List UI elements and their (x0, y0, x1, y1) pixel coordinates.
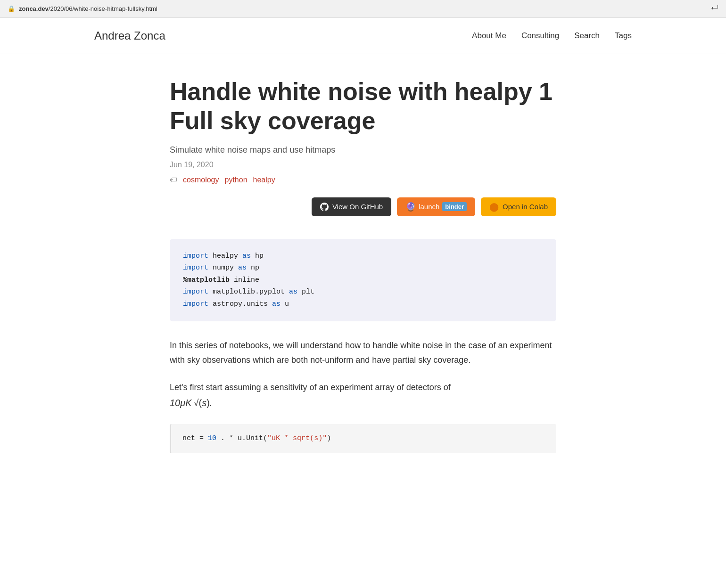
tag-icon: 🏷 (170, 176, 177, 184)
kw-import-1: import (183, 252, 208, 260)
browser-bar-left: 🔒 zonca.dev/2020/06/white-noise-hitmap-f… (8, 5, 157, 12)
tag-healpy[interactable]: healpy (253, 176, 275, 184)
url-bar: zonca.dev/2020/06/white-noise-hitmap-ful… (19, 5, 157, 12)
site-header: Andrea Zonca About Me Consulting Search … (0, 18, 726, 54)
binder-button[interactable]: 🔮 launch binder (397, 197, 475, 216)
math-expression: 10μK √(s). (170, 398, 212, 408)
github-button-label: View On GitHub (332, 203, 383, 211)
colab-icon: ⬤ (489, 202, 499, 212)
lock-icon: 🔒 (8, 5, 15, 12)
code2-equals: = (199, 434, 208, 442)
kw-import-4: import (183, 300, 208, 308)
code-block-1: import healpy as hp import numpy as np %… (170, 239, 556, 322)
site-nav: About Me Consulting Search Tags (472, 31, 632, 41)
code2-number: 10 (208, 434, 216, 442)
binder-icon: 🔮 (405, 202, 416, 212)
nav-about[interactable]: About Me (472, 31, 506, 41)
binder-label-1: launch (419, 203, 439, 211)
kw-as-2: as (238, 264, 247, 272)
tag-cosmology[interactable]: cosmology (183, 176, 219, 184)
browser-bar: 🔒 zonca.dev/2020/06/white-noise-hitmap-f… (0, 0, 726, 18)
code-line-4: import matplotlib.pyplot as plt (183, 286, 543, 298)
post-subtitle: Simulate white noise maps and use hitmap… (170, 145, 556, 155)
tag-python[interactable]: python (224, 176, 247, 184)
prose-2-before: Let's first start assuming a sensitivity… (170, 383, 451, 392)
colab-label: Open in Colab (503, 203, 548, 211)
main-content: Handle white noise with healpy 1 Full sk… (151, 54, 575, 493)
github-button[interactable]: View On GitHub (312, 197, 391, 216)
code2-net: net (182, 434, 195, 442)
code-block-2: net = 10 . * u.Unit("uK * sqrt(s)") (170, 424, 556, 453)
colab-button[interactable]: ⬤ Open in Colab (481, 197, 556, 216)
github-icon (320, 203, 329, 211)
code2-string: "uK * sqrt(s)" (267, 434, 327, 442)
action-buttons: View On GitHub 🔮 launch binder ⬤ Open in… (170, 197, 556, 216)
prose-paragraph-1: In this series of notebooks, we will und… (170, 338, 556, 367)
code-line-1: import healpy as hp (183, 250, 543, 262)
kw-as-3: as (289, 288, 297, 296)
share-icon[interactable]: ⮠ (711, 5, 718, 13)
magic-matplotlib: %matplotlib (183, 276, 230, 284)
nav-consulting[interactable]: Consulting (521, 31, 559, 41)
code-line-3: %matplotlib inline (183, 274, 543, 286)
nav-search[interactable]: Search (574, 31, 600, 41)
post-title: Handle white noise with healpy 1 Full sk… (170, 77, 556, 136)
kw-import-2: import (183, 264, 208, 272)
url-domain: zonca.dev (19, 5, 49, 12)
code2-paren: ) (327, 434, 331, 442)
kw-as-1: as (242, 252, 251, 260)
code-line-2: import numpy as np (183, 262, 543, 274)
code-line-5: import astropy.units as u (183, 298, 543, 310)
nav-tags[interactable]: Tags (615, 31, 632, 41)
post-date: Jun 19, 2020 (170, 161, 556, 169)
binder-badge: binder (442, 202, 467, 211)
code2-rest: . * u.Unit( (221, 434, 267, 442)
url-path: /2020/06/white-noise-hitmap-fullsky.html (49, 5, 157, 12)
tags-row: 🏷 cosmology python healpy (170, 176, 556, 184)
kw-import-3: import (183, 288, 208, 296)
kw-as-4: as (272, 300, 280, 308)
prose-paragraph-2: Let's first start assuming a sensitivity… (170, 380, 556, 411)
site-title[interactable]: Andrea Zonca (94, 29, 165, 42)
